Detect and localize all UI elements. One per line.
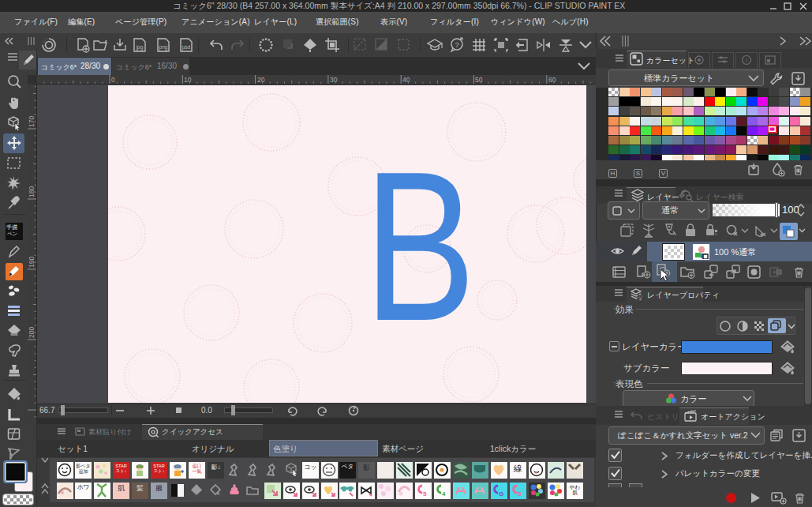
svg-text:190: 190	[28, 257, 36, 268]
svg-text:5: 5	[423, 490, 427, 498]
svg-text:20: 20	[257, 76, 265, 84]
svg-text:50: 50	[475, 76, 483, 84]
svg-text:10: 10	[184, 76, 192, 84]
svg-text:?: ?	[455, 41, 458, 49]
svg-text:psd: psd	[182, 44, 191, 51]
svg-text:G: G	[499, 490, 503, 498]
svg-text:4: 4	[442, 490, 446, 498]
svg-text:0: 0	[111, 76, 115, 84]
svg-text:i: i	[746, 57, 747, 64]
svg-text:40: 40	[402, 76, 410, 84]
svg-text:200: 200	[28, 327, 36, 338]
svg-text:170: 170	[28, 116, 36, 127]
svg-text:60: 60	[548, 76, 556, 84]
svg-text:5: 5	[518, 490, 522, 498]
svg-text:30: 30	[330, 76, 338, 84]
svg-text:jpg: jpg	[136, 44, 144, 51]
svg-text:png: png	[159, 44, 168, 51]
svg-text:180: 180	[28, 186, 36, 197]
